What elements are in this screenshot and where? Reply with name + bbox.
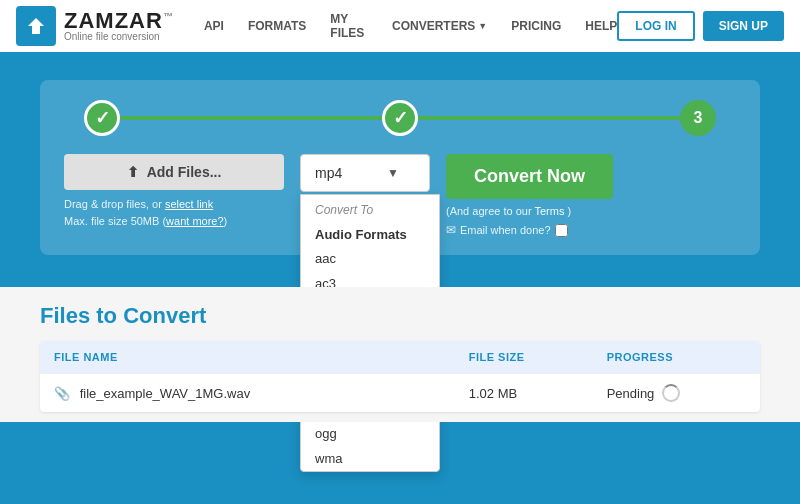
controls-row: ⬆ Add Files... Drag & drop files, or sel…	[64, 154, 736, 237]
convert-now-button[interactable]: Convert Now	[446, 154, 613, 199]
steps-row: ✓ ✓ 3	[64, 100, 736, 136]
terms-link[interactable]: Terms	[534, 205, 564, 217]
format-select[interactable]: mp4 ▼	[300, 154, 430, 192]
files-title: Files to Convert	[40, 303, 760, 329]
file-name-cell: 📎 file_example_WAV_1MG.wav	[40, 374, 409, 413]
terms-text: (And agree to our Terms )	[446, 205, 571, 217]
converters-chevron-icon: ▼	[478, 21, 487, 31]
convert-area: Convert Now (And agree to our Terms ) ✉ …	[446, 154, 736, 237]
col-progress: PROGRESS	[593, 341, 760, 374]
logo-area: ZAMZAR™ Online file conversion	[16, 6, 174, 46]
step-line-2	[418, 116, 680, 120]
want-more-link[interactable]: want more?	[166, 215, 223, 227]
table-header-row: FILE NAME FILE SIZE PROGRESS	[40, 341, 760, 374]
file-progress-cell: Pending	[593, 374, 760, 413]
file-progress-value: Pending	[607, 386, 655, 401]
logo-text: ZAMZAR™ Online file conversion	[64, 10, 174, 42]
add-files-hint: Drag & drop files, or select link Max. f…	[64, 196, 284, 229]
table-row: 📎 file_example_WAV_1MG.wav 1.02 MB Pendi…	[40, 374, 760, 413]
navbar: ZAMZAR™ Online file conversion API FORMA…	[0, 0, 800, 52]
col-filename: FILE NAME	[40, 341, 409, 374]
step-line-1	[120, 116, 382, 120]
nav-api[interactable]: API	[204, 19, 224, 33]
files-section: Files to Convert FILE NAME FILE SIZE PRO…	[0, 287, 800, 422]
format-selected-value: mp4	[315, 165, 342, 181]
select-link[interactable]: select link	[165, 198, 213, 210]
dropdown-header: Convert To	[301, 195, 439, 221]
file-size-cell: 1.02 MB	[455, 374, 593, 413]
logo-icon	[16, 6, 56, 46]
audio-formats-header: Audio Formats	[301, 221, 439, 246]
format-option-wma[interactable]: wma	[301, 446, 439, 471]
format-option-aac[interactable]: aac	[301, 246, 439, 271]
nav-links: API FORMATS MY FILES CONVERTERS ▼ PRICIN…	[204, 12, 617, 40]
step-1-circle: ✓	[84, 100, 120, 136]
email-icon: ✉	[446, 223, 456, 237]
nav-auth: LOG IN SIGN UP	[617, 11, 784, 41]
main-area: ✓ ✓ 3 ⬆ Add Files... Drag & drop files, …	[0, 52, 800, 287]
nav-converters[interactable]: CONVERTERS ▼	[392, 19, 487, 33]
nav-help[interactable]: HELP	[585, 19, 617, 33]
email-row: ✉ Email when done?	[446, 223, 568, 237]
file-name-value: file_example_WAV_1MG.wav	[80, 386, 251, 401]
format-chevron-icon: ▼	[387, 166, 399, 180]
file-icon: 📎	[54, 386, 70, 401]
add-files-area: ⬆ Add Files... Drag & drop files, or sel…	[64, 154, 284, 229]
step-3-circle: 3	[680, 100, 716, 136]
col-filesize: FILE SIZE	[455, 341, 593, 374]
email-checkbox[interactable]	[555, 224, 568, 237]
progress-spinner-icon	[662, 384, 680, 402]
nav-formats[interactable]: FORMATS	[248, 19, 306, 33]
format-select-area: mp4 ▼ Convert To Audio Formats aac ac3 f…	[300, 154, 430, 192]
col-blank	[409, 341, 455, 374]
converter-card: ✓ ✓ 3 ⬆ Add Files... Drag & drop files, …	[40, 80, 760, 255]
files-table: FILE NAME FILE SIZE PROGRESS 📎 file_exam…	[40, 341, 760, 412]
login-button[interactable]: LOG IN	[617, 11, 694, 41]
nav-pricing[interactable]: PRICING	[511, 19, 561, 33]
nav-myfiles[interactable]: MY FILES	[330, 12, 368, 40]
file-blank-cell	[409, 374, 455, 413]
logo-zamzar: ZAMZAR™	[64, 10, 174, 32]
signup-button[interactable]: SIGN UP	[703, 11, 784, 41]
add-files-button[interactable]: ⬆ Add Files...	[64, 154, 284, 190]
upload-icon: ⬆	[127, 164, 139, 180]
step-2-circle: ✓	[382, 100, 418, 136]
files-title-colored: Convert	[123, 303, 206, 328]
logo-subtitle: Online file conversion	[64, 32, 174, 42]
format-option-ogg[interactable]: ogg	[301, 421, 439, 446]
email-label: Email when done?	[460, 224, 551, 236]
